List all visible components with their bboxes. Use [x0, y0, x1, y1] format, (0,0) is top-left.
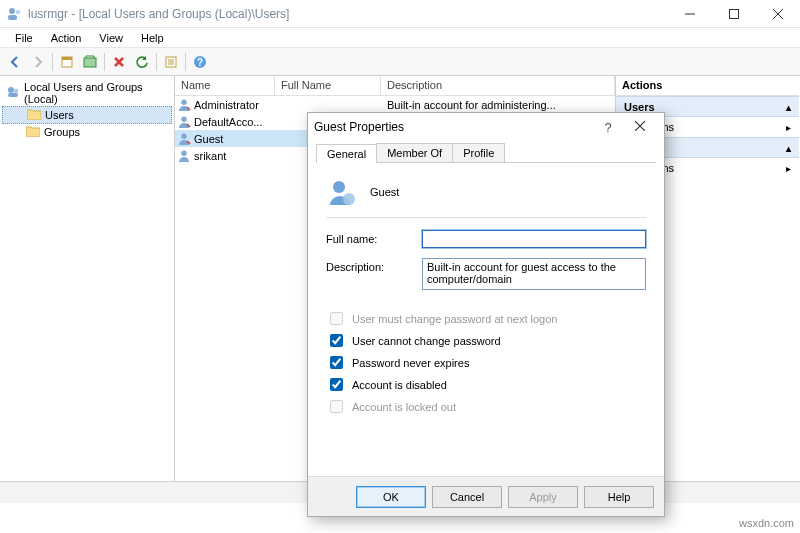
svg-point-18 — [343, 193, 355, 205]
check-locked-out: Account is locked out — [326, 397, 646, 416]
tree-pane: Local Users and Groups (Local) Users Gro… — [0, 76, 175, 481]
cell-desc: Built-in account for administering... — [381, 99, 615, 111]
tree-groups[interactable]: Groups — [2, 124, 172, 140]
menu-bar: File Action View Help — [0, 28, 800, 48]
svg-rect-5 — [62, 57, 72, 60]
app-icon — [6, 6, 22, 22]
tab-memberof[interactable]: Member Of — [376, 143, 453, 162]
check-disabled[interactable]: Account is disabled — [326, 375, 646, 394]
check-cannot-change[interactable]: User cannot change password — [326, 331, 646, 350]
svg-point-0 — [9, 8, 15, 14]
properties-icon[interactable] — [56, 51, 78, 73]
cancel-button[interactable]: Cancel — [432, 486, 502, 508]
col-name[interactable]: Name — [175, 76, 275, 95]
check-must-change: User must change password at next logon — [326, 309, 646, 328]
chevron-up-icon — [786, 101, 791, 113]
description-label: Description: — [326, 258, 422, 273]
menu-view[interactable]: View — [90, 30, 132, 46]
description-input[interactable] — [422, 258, 646, 290]
folder-icon — [27, 108, 41, 122]
svg-point-2 — [16, 9, 20, 13]
chevron-up-icon — [786, 142, 791, 154]
identity-row: Guest — [326, 173, 646, 218]
help-icon[interactable]: ? — [189, 51, 211, 73]
svg-text:?: ? — [197, 57, 203, 68]
dialog-tabs: General Member Of Profile — [316, 143, 656, 163]
svg-rect-6 — [84, 58, 96, 67]
cell-name: srikant — [194, 150, 226, 162]
tree-users-label: Users — [45, 109, 74, 121]
tab-general[interactable]: General — [316, 144, 377, 163]
svg-rect-1 — [8, 15, 17, 20]
toolbar: ? — [0, 48, 800, 76]
tab-profile[interactable]: Profile — [452, 143, 505, 162]
svg-rect-3 — [730, 9, 739, 18]
user-icon — [177, 149, 191, 163]
cell-name: Guest — [194, 133, 223, 145]
close-button[interactable] — [756, 0, 800, 28]
folder-icon — [26, 125, 40, 139]
tree-users[interactable]: Users — [2, 106, 172, 124]
refresh-icon[interactable] — [131, 51, 153, 73]
dialog-title-bar: Guest Properties ? — [308, 113, 664, 141]
svg-point-11 — [14, 89, 19, 94]
delete-icon[interactable] — [108, 51, 130, 73]
ok-button[interactable]: OK — [356, 486, 426, 508]
menu-help[interactable]: Help — [132, 30, 173, 46]
dialog-title: Guest Properties — [314, 120, 594, 134]
group-icon — [6, 85, 20, 101]
back-button[interactable] — [4, 51, 26, 73]
svg-point-16 — [181, 150, 186, 155]
user-icon — [177, 98, 191, 112]
list-row[interactable]: Administrator Built-in account for admin… — [175, 96, 615, 113]
tree-root[interactable]: Local Users and Groups (Local) — [2, 80, 172, 106]
identity-name: Guest — [370, 186, 399, 198]
menu-action[interactable]: Action — [42, 30, 91, 46]
svg-point-10 — [8, 87, 14, 93]
tree-groups-label: Groups — [44, 126, 80, 138]
tree-root-label: Local Users and Groups (Local) — [24, 81, 168, 105]
watermark: wsxdn.com — [739, 517, 794, 529]
help-button[interactable]: Help — [584, 486, 654, 508]
fullname-label: Full name: — [326, 230, 422, 245]
svg-point-15 — [181, 133, 186, 138]
apply-button[interactable]: Apply — [508, 486, 578, 508]
list-icon[interactable] — [160, 51, 182, 73]
chevron-right-icon — [786, 121, 791, 133]
check-never-expires[interactable]: Password never expires — [326, 353, 646, 372]
col-description[interactable]: Description — [381, 76, 615, 95]
svg-point-14 — [181, 116, 186, 121]
svg-rect-12 — [8, 93, 18, 97]
dialog-buttons: OK Cancel Apply Help — [308, 476, 664, 516]
user-icon — [177, 132, 191, 146]
user-icon — [177, 115, 191, 129]
menu-file[interactable]: File — [6, 30, 42, 46]
actions-header: Actions — [616, 76, 799, 96]
svg-point-13 — [181, 99, 186, 104]
cell-name: DefaultAcco... — [194, 116, 262, 128]
properties-dialog: Guest Properties ? General Member Of Pro… — [307, 112, 665, 517]
fullname-input[interactable] — [422, 230, 646, 248]
chevron-right-icon — [786, 162, 791, 174]
minimize-button[interactable] — [668, 0, 712, 28]
maximize-button[interactable] — [712, 0, 756, 28]
window-title: lusrmgr - [Local Users and Groups (Local… — [28, 7, 668, 21]
user-large-icon — [326, 177, 356, 207]
context-help-button[interactable]: ? — [594, 120, 622, 135]
dialog-close-button[interactable] — [622, 121, 658, 133]
cell-name: Administrator — [194, 99, 259, 111]
title-bar: lusrmgr - [Local Users and Groups (Local… — [0, 0, 800, 28]
col-fullname[interactable]: Full Name — [275, 76, 381, 95]
list-header: Name Full Name Description — [175, 76, 615, 96]
export-icon[interactable] — [79, 51, 101, 73]
svg-point-17 — [333, 181, 345, 193]
forward-button[interactable] — [27, 51, 49, 73]
